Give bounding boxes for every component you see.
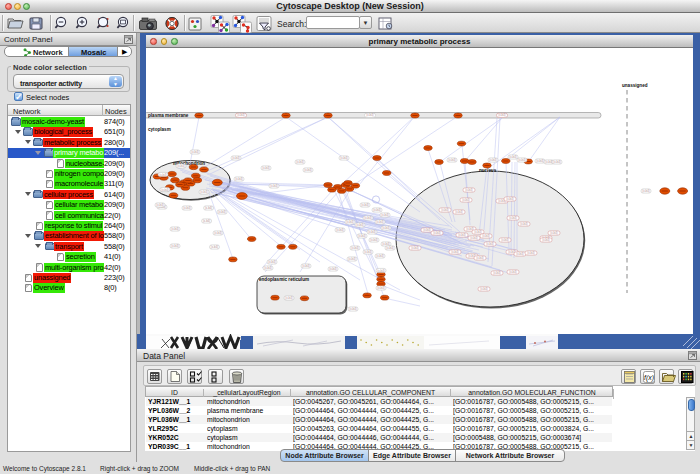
svg-text:(x-b4): (x-b4)	[171, 244, 178, 248]
svg-text:(x-b4): (x-b4)	[493, 271, 500, 275]
svg-text:(x-b4): (x-b4)	[542, 238, 549, 242]
svg-text:(x-b4): (x-b4)	[368, 230, 375, 234]
svg-text:(x-b4): (x-b4)	[351, 246, 358, 250]
svg-text:(x-b4): (x-b4)	[381, 213, 388, 217]
svg-text:(x-b4): (x-b4)	[501, 238, 508, 242]
svg-text:(x-b4): (x-b4)	[518, 158, 525, 162]
svg-text:(x-b4): (x-b4)	[377, 269, 384, 273]
svg-text:(x-b4): (x-b4)	[232, 156, 239, 160]
svg-text:(x-b4): (x-b4)	[486, 242, 493, 246]
svg-text:(x-b4): (x-b4)	[516, 252, 523, 256]
svg-text:(x-b4): (x-b4)	[211, 245, 218, 249]
svg-text:(x-b4): (x-b4)	[183, 206, 190, 210]
svg-text:(x-b4): (x-b4)	[382, 226, 389, 230]
svg-text:(x-b4): (x-b4)	[356, 223, 363, 227]
svg-text:(x-b4): (x-b4)	[159, 173, 166, 177]
svg-text:(x-b4): (x-b4)	[527, 251, 534, 255]
svg-text:(x-b4): (x-b4)	[441, 208, 448, 212]
svg-text:(x-b4): (x-b4)	[203, 219, 210, 223]
svg-text:(x-b4): (x-b4)	[550, 231, 557, 235]
svg-text:(x-b4): (x-b4)	[509, 216, 516, 220]
svg-text:(x-b4): (x-b4)	[553, 160, 560, 164]
svg-text:(x-b4): (x-b4)	[364, 250, 371, 254]
svg-text:(x-b4): (x-b4)	[480, 287, 487, 291]
svg-text:(x-b4): (x-b4)	[506, 197, 513, 201]
svg-text:nucleus: nucleus	[479, 168, 497, 173]
svg-text:plasma membrane: plasma membrane	[148, 113, 189, 118]
svg-text:(x-b4): (x-b4)	[458, 233, 465, 237]
svg-text:(x-b4): (x-b4)	[373, 208, 380, 212]
svg-text:(x-b4): (x-b4)	[361, 203, 368, 207]
svg-text:(x-b4): (x-b4)	[177, 164, 184, 168]
svg-text:(x-b4): (x-b4)	[642, 189, 649, 193]
svg-text:(x-b4): (x-b4)	[264, 266, 271, 270]
svg-text:(x-b4): (x-b4)	[470, 236, 477, 240]
svg-text:(x-b4): (x-b4)	[285, 296, 292, 300]
svg-text:(x-b4): (x-b4)	[498, 113, 505, 117]
svg-text:(x-b4): (x-b4)	[171, 227, 178, 231]
svg-text:(x-b4): (x-b4)	[296, 160, 303, 164]
svg-text:(x-b4): (x-b4)	[370, 238, 377, 242]
svg-text:(x-b4): (x-b4)	[386, 246, 393, 250]
svg-text:(x-b4): (x-b4)	[520, 222, 527, 226]
svg-text:(x-b4): (x-b4)	[358, 234, 365, 238]
svg-text:(x-b4): (x-b4)	[218, 210, 225, 214]
svg-text:(x-b4): (x-b4)	[433, 231, 440, 235]
svg-text:(x-b4): (x-b4)	[451, 250, 458, 254]
svg-text:(x-b4): (x-b4)	[366, 113, 373, 117]
svg-text:(x-b4): (x-b4)	[423, 228, 430, 232]
svg-text:(x-b4): (x-b4)	[455, 210, 462, 214]
svg-text:(x-b4): (x-b4)	[545, 160, 552, 164]
svg-text:(x-b4): (x-b4)	[161, 188, 168, 192]
svg-text:endoplasmic reticulum: endoplasmic reticulum	[259, 277, 309, 282]
svg-text:(x-b4): (x-b4)	[205, 206, 212, 210]
svg-text:(x-b4): (x-b4)	[214, 231, 221, 235]
svg-text:(x-b4): (x-b4)	[465, 188, 472, 192]
svg-text:(x-b4): (x-b4)	[462, 198, 469, 202]
svg-text:(x-b4): (x-b4)	[270, 184, 277, 188]
svg-text:(x-b4): (x-b4)	[156, 203, 163, 207]
svg-text:(x-b4): (x-b4)	[364, 216, 371, 220]
svg-text:(x-b4): (x-b4)	[302, 264, 309, 268]
svg-text:(x-b4): (x-b4)	[348, 257, 355, 261]
svg-text:(x-b4): (x-b4)	[474, 230, 481, 234]
svg-text:(x-b4): (x-b4)	[191, 150, 198, 154]
svg-text:(x-b4): (x-b4)	[336, 228, 343, 232]
svg-text:(x-b4): (x-b4)	[349, 307, 356, 311]
svg-text:(x-b4): (x-b4)	[340, 156, 347, 160]
svg-text:(x-b4): (x-b4)	[476, 256, 483, 260]
svg-text:(x-b4): (x-b4)	[376, 254, 383, 258]
svg-text:(x-b4): (x-b4)	[411, 246, 418, 250]
svg-text:(x-b4): (x-b4)	[489, 158, 496, 162]
svg-text:(x-b4): (x-b4)	[200, 190, 207, 194]
svg-text:cytoplasm: cytoplasm	[148, 127, 171, 132]
svg-text:(x-b4): (x-b4)	[237, 113, 244, 117]
svg-text:unassigned: unassigned	[622, 83, 648, 88]
svg-text:(x-b4): (x-b4)	[482, 234, 489, 238]
svg-text:(x-b4): (x-b4)	[235, 177, 242, 181]
svg-text:(x-b4): (x-b4)	[377, 286, 384, 290]
svg-text:(x-b4): (x-b4)	[268, 260, 275, 264]
svg-text:(x-b4): (x-b4)	[376, 220, 383, 224]
svg-text:(x-b4): (x-b4)	[509, 155, 516, 159]
svg-text:(x-b4): (x-b4)	[304, 168, 311, 172]
svg-text:(x-b4): (x-b4)	[509, 270, 516, 274]
svg-text:(x-b4): (x-b4)	[329, 267, 336, 271]
svg-text:(x-b4): (x-b4)	[262, 166, 269, 170]
svg-text:(x-b4): (x-b4)	[346, 220, 353, 224]
svg-text:f(x): f(x)	[644, 374, 654, 382]
svg-text:(x-b4): (x-b4)	[448, 158, 455, 162]
svg-text:(x-b4): (x-b4)	[536, 159, 543, 163]
